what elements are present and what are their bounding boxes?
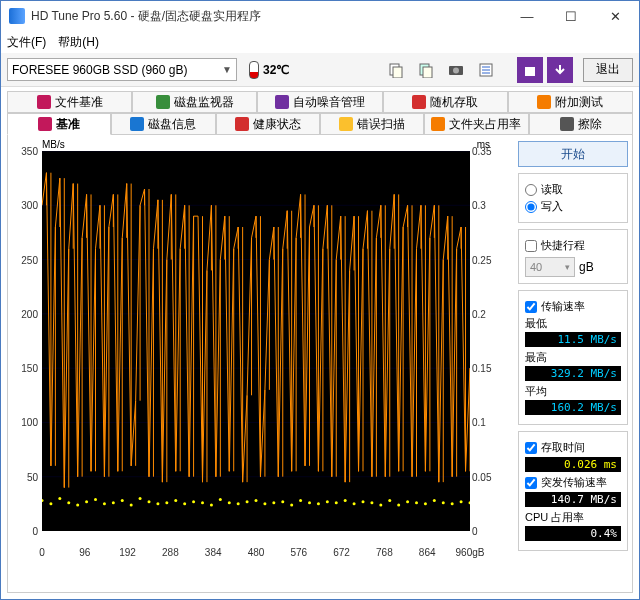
svg-point-128 [156, 502, 159, 505]
random-icon [412, 95, 426, 109]
svg-point-134 [210, 503, 213, 506]
svg-point-160 [442, 501, 445, 504]
write-radio[interactable]: 写入 [525, 199, 621, 214]
menu-file[interactable]: 文件(F) [7, 34, 46, 51]
svg-point-115 [42, 499, 44, 502]
chart-area: MB/s ms 050100150200250300350 00.050.10.… [8, 135, 514, 592]
menu-help[interactable]: 帮助(H) [58, 34, 99, 51]
content-area: 文件基准磁盘监视器自动噪音管理随机存取附加测试 基准磁盘信息健康状态错误扫描文件… [1, 87, 639, 599]
save-button[interactable] [517, 57, 543, 83]
copy-info-button[interactable] [383, 57, 409, 83]
tab-文件夹占用率[interactable]: 文件夹占用率 [424, 113, 528, 135]
svg-point-117 [58, 497, 61, 500]
svg-point-163 [469, 501, 471, 504]
svg-point-120 [85, 500, 88, 503]
health-icon [235, 117, 249, 131]
tab-磁盘监视器[interactable]: 磁盘监视器 [132, 91, 257, 113]
block-unit: gB [579, 260, 594, 274]
tab-基准[interactable]: 基准 [7, 113, 111, 135]
rate-checkbox[interactable]: 传输速率 [525, 299, 621, 314]
monitor-icon [156, 95, 170, 109]
main-panel: MB/s ms 050100150200250300350 00.050.10.… [7, 135, 633, 593]
svg-point-142 [281, 500, 284, 503]
quick-checkbox[interactable]: 快捷行程 [525, 238, 621, 253]
tab-擦除[interactable]: 擦除 [529, 113, 633, 135]
svg-point-145 [308, 501, 311, 504]
svg-point-144 [299, 499, 302, 502]
svg-point-143 [290, 503, 293, 506]
svg-point-131 [183, 502, 186, 505]
svg-point-136 [228, 501, 231, 504]
minimize-button[interactable]: — [505, 2, 549, 30]
svg-point-123 [112, 501, 115, 504]
app-window: HD Tune Pro 5.60 - 硬盘/固态硬盘实用程序 — ☐ ✕ 文件(… [0, 0, 640, 600]
svg-point-121 [94, 498, 97, 501]
svg-point-137 [237, 502, 240, 505]
svg-point-147 [326, 500, 329, 503]
temperature-value: 32℃ [263, 63, 289, 77]
quick-group: 快捷行程 40▾ gB [518, 229, 628, 284]
svg-point-140 [263, 502, 266, 505]
read-radio[interactable]: 读取 [525, 182, 621, 197]
svg-point-133 [201, 501, 204, 504]
benchmark-chart: MB/s ms 050100150200250300350 00.050.10.… [12, 141, 492, 563]
svg-point-5 [453, 67, 459, 73]
svg-point-130 [174, 499, 177, 502]
noise-icon [275, 95, 289, 109]
close-button[interactable]: ✕ [593, 2, 637, 30]
copy-screenshot-button[interactable] [413, 57, 439, 83]
tab-文件基准[interactable]: 文件基准 [7, 91, 132, 113]
svg-point-125 [130, 503, 133, 506]
svg-point-161 [451, 502, 454, 505]
exit-button[interactable]: 退出 [583, 58, 633, 82]
erase-icon [560, 117, 574, 131]
options-button[interactable] [473, 57, 499, 83]
svg-rect-3 [423, 67, 432, 78]
y-axis-label: MB/s [42, 139, 65, 150]
maximize-button[interactable]: ☐ [549, 2, 593, 30]
tab-磁盘信息[interactable]: 磁盘信息 [111, 113, 215, 135]
drive-select[interactable]: FORESEE 960GB SSD (960 gB) ▼ [7, 58, 237, 81]
tab-健康状态[interactable]: 健康状态 [216, 113, 320, 135]
tab-错误扫描[interactable]: 错误扫描 [320, 113, 424, 135]
extra-icon [537, 95, 551, 109]
avg-value: 160.2 MB/s [525, 400, 621, 415]
svg-point-116 [49, 502, 52, 505]
svg-point-124 [121, 499, 124, 502]
svg-point-162 [460, 500, 463, 503]
svg-point-150 [353, 502, 356, 505]
tab-随机存取[interactable]: 随机存取 [383, 91, 508, 113]
tab-自动噪音管理[interactable]: 自动噪音管理 [257, 91, 382, 113]
svg-point-118 [67, 501, 70, 504]
svg-point-154 [388, 499, 391, 502]
svg-point-158 [424, 502, 427, 505]
block-size-select: 40▾ [525, 257, 575, 277]
app-icon [9, 8, 25, 24]
cpu-label: CPU 占用率 [525, 510, 621, 525]
chevron-down-icon: ▼ [222, 64, 232, 75]
svg-point-122 [103, 502, 106, 505]
start-button[interactable]: 开始 [518, 141, 628, 167]
svg-point-141 [272, 501, 275, 504]
cpu-value: 0.4% [525, 526, 621, 541]
svg-point-153 [379, 503, 382, 506]
svg-point-127 [148, 500, 151, 503]
rate-group: 传输速率 最低 11.5 MB/s 最高 329.2 MB/s 平均 160.2… [518, 290, 628, 425]
access-checkbox[interactable]: 存取时间 [525, 440, 621, 455]
svg-point-148 [335, 501, 338, 504]
burst-value: 140.7 MB/s [525, 492, 621, 507]
toolbar: FORESEE 960GB SSD (960 gB) ▼ 32℃ 退出 [1, 53, 639, 87]
screenshot-button[interactable] [443, 57, 469, 83]
temperature-display: 32℃ [249, 61, 289, 79]
burst-checkbox[interactable]: 突发传输速率 [525, 475, 621, 490]
svg-point-129 [165, 501, 168, 504]
svg-point-149 [344, 499, 347, 502]
menubar: 文件(F) 帮助(H) [1, 31, 639, 53]
tab-附加测试[interactable]: 附加测试 [508, 91, 633, 113]
window-title: HD Tune Pro 5.60 - 硬盘/固态硬盘实用程序 [31, 8, 505, 25]
tabs: 文件基准磁盘监视器自动噪音管理随机存取附加测试 基准磁盘信息健康状态错误扫描文件… [7, 91, 633, 135]
load-button[interactable] [547, 57, 573, 83]
svg-point-159 [433, 499, 436, 502]
svg-point-139 [255, 499, 258, 502]
max-value: 329.2 MB/s [525, 366, 621, 381]
